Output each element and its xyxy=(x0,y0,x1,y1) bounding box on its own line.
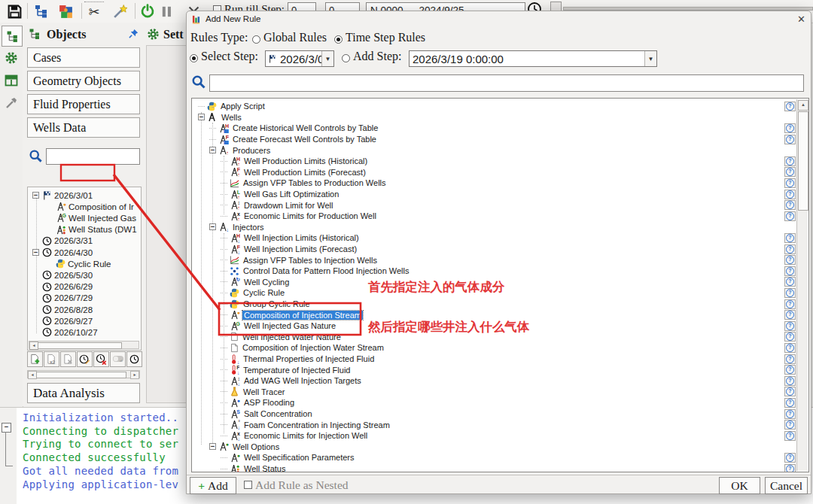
rule-tree-row[interactable]: S Salt Concentration? xyxy=(192,408,808,420)
rule-tree-row[interactable]: Assign VFP Tables to Injection Wells? xyxy=(192,254,808,266)
rule-tree-row[interactable]: Apply Script? xyxy=(192,101,808,112)
help-button[interactable]: ? xyxy=(784,190,796,199)
help-button[interactable]: ? xyxy=(784,135,796,144)
console-collapse-toggle[interactable]: − xyxy=(2,423,11,433)
objects-rail-icon[interactable] xyxy=(2,26,23,47)
help-button[interactable]: ? xyxy=(784,167,796,177)
rule-tree-row[interactable]: L ↑ Well Gas Lift Optimization? xyxy=(192,189,808,200)
layout-rail-icon[interactable] xyxy=(2,71,21,90)
pin-icon[interactable] xyxy=(128,28,139,39)
rule-tree-row[interactable]: − Wells xyxy=(192,112,808,123)
nav-button-fluid-properties[interactable]: Fluid Properties xyxy=(27,94,140,114)
help-button[interactable]: ? xyxy=(784,365,796,375)
help-button[interactable]: ? xyxy=(784,343,796,353)
help-button[interactable]: ? xyxy=(784,453,796,463)
select-step-combobox[interactable]: 2026/3/01 ▼ xyxy=(265,50,334,67)
step-tree-row[interactable]: 2026/6/29 xyxy=(28,281,142,293)
rule-tree-row[interactable]: ↕ ↑ Drawdown Limit for Well? xyxy=(192,199,808,211)
cancel-button[interactable]: Cancel xyxy=(765,477,808,494)
help-button[interactable]: ? xyxy=(784,464,796,472)
rule-tree-row[interactable]: H ▦ Create Historical Well Controls by T… xyxy=(192,123,808,134)
step-tree-row[interactable]: Cyclic Rule xyxy=(28,258,142,269)
rule-tree-row[interactable]: H ↓ Well Injection Limits (Historical)? xyxy=(192,232,808,244)
help-button[interactable]: ? xyxy=(784,288,796,298)
edit-time-button[interactable] xyxy=(77,351,93,367)
add-step-button[interactable] xyxy=(27,351,43,367)
help-button[interactable]: ? xyxy=(784,211,796,221)
wand-icon[interactable] xyxy=(110,2,129,21)
step-tree-row[interactable]: 2026/9/27 xyxy=(28,315,142,326)
rule-tree-row[interactable]: ● ASP Flooding? xyxy=(192,397,808,408)
help-button[interactable]: ? xyxy=(784,102,796,111)
delete-step-button[interactable] xyxy=(60,351,76,367)
copy-step-button[interactable]: x2 xyxy=(44,351,59,367)
delete-time-button[interactable] xyxy=(93,351,109,367)
step-tree-row[interactable]: Well Status (DW1 xyxy=(28,224,142,235)
help-button[interactable]: ? xyxy=(784,354,796,364)
rule-tree-row[interactable]: F↓Temperature of Injected Fluid? xyxy=(192,364,808,375)
settings-rail-icon[interactable] xyxy=(2,48,21,68)
help-button[interactable]: ? xyxy=(784,233,796,243)
help-button[interactable]: ? xyxy=(784,178,796,188)
pause-icon[interactable] xyxy=(157,2,176,21)
step-tree-row[interactable]: G Well Injected Gas xyxy=(28,212,142,223)
help-button[interactable]: ? xyxy=(784,420,796,430)
rule-tree-row[interactable]: F ↓ Well Injection Limits (Forecast)? xyxy=(192,244,808,255)
step-tree-row[interactable]: 2026/8/28 xyxy=(28,304,142,315)
collapse-toggle[interactable]: − xyxy=(198,114,205,120)
help-button[interactable]: ? xyxy=(784,321,796,331)
toggle-off-button[interactable]: off xyxy=(110,351,126,367)
help-button[interactable]: ? xyxy=(784,376,796,386)
add-step-radio[interactable] xyxy=(342,54,350,62)
add-step-combobox[interactable]: 2026/3/19 0:00:00 ▼ xyxy=(409,50,657,67)
rule-tree-row[interactable]: H ↑ Well Production Limits (Historical)? xyxy=(192,156,808,167)
select-step-radio[interactable] xyxy=(190,54,198,62)
help-button[interactable]: ? xyxy=(784,310,796,320)
steps-tree-hscrollbar[interactable]: ◂ xyxy=(29,341,139,349)
power-icon[interactable] xyxy=(138,2,157,21)
collapse-toggle[interactable]: − xyxy=(209,443,216,450)
nav-button-wells-data[interactable]: Wells Data xyxy=(27,117,140,138)
add-button[interactable]: +Add xyxy=(190,477,236,494)
rule-tree-row[interactable]: Well Status? xyxy=(192,463,808,472)
hierarchy-icon[interactable] xyxy=(32,2,51,21)
rule-tree-row[interactable]: Assign VFP Tables to Production Wells? xyxy=(192,178,808,189)
collapse-toggle[interactable]: − xyxy=(32,192,39,199)
section-button-data-analysis[interactable]: Data Analysis xyxy=(27,383,140,403)
save-icon[interactable] xyxy=(5,2,24,21)
step-tree-row[interactable]: ● Composition of Ir xyxy=(28,201,142,212)
ok-button[interactable]: OK xyxy=(719,477,760,494)
rule-tree-row[interactable]: F ↑ Well Production Limits (Forecast)? xyxy=(192,167,808,178)
help-button[interactable]: ? xyxy=(784,398,796,408)
step-tree-row[interactable]: 2026/7/29 xyxy=(28,293,142,304)
rule-tree-row[interactable]: − ● Well Options xyxy=(192,442,808,453)
collapse-toggle[interactable]: − xyxy=(209,147,216,153)
steps-toolbar-hscrollbar[interactable]: ◂▸ xyxy=(27,370,140,378)
nav-button-cases[interactable]: Cases xyxy=(27,47,140,68)
help-button[interactable]: ? xyxy=(784,332,796,342)
dialog-close-icon[interactable]: ✕ xyxy=(797,14,805,25)
rule-tree-row[interactable]: Composition of Injection Water Stream? xyxy=(192,342,808,354)
collapse-toggle[interactable]: − xyxy=(32,249,39,256)
help-button[interactable]: ? xyxy=(784,431,796,441)
help-button[interactable]: ? xyxy=(784,277,796,287)
rule-tree-row[interactable]: − ↓ Injectors xyxy=(192,222,808,233)
scroll-up-icon[interactable]: ▲ xyxy=(798,100,808,111)
help-button[interactable]: ? xyxy=(784,299,796,309)
rule-tree-row[interactable]: ° ↓ Foam Concentration in Injecting Stre… xyxy=(192,419,808,430)
puzzle-icon[interactable] xyxy=(56,2,75,21)
rule-tree-row[interactable]: x ↑ Economic Limits for Production Well? xyxy=(192,211,808,222)
rule-tree-row[interactable]: Control Data for Pattern Flood Injection… xyxy=(192,266,808,277)
help-button[interactable]: ? xyxy=(784,244,796,254)
help-button[interactable]: ? xyxy=(784,200,796,210)
clock-button[interactable] xyxy=(126,351,142,367)
cut-icon[interactable]: ✂ xyxy=(84,2,104,22)
time-step-rules-radio[interactable] xyxy=(334,35,343,44)
scroll-thumb[interactable] xyxy=(798,111,808,211)
help-button[interactable]: ? xyxy=(784,123,796,133)
rule-tree-row[interactable]: F ▦ Create Forecast Well Controls by Tab… xyxy=(192,134,808,145)
objects-search-input[interactable] xyxy=(46,148,140,165)
tools-rail-icon[interactable] xyxy=(2,93,21,113)
rule-tree-row[interactable]: Well Tracer? xyxy=(192,387,808,398)
rule-tree-row[interactable]: Group Cyclic Rule? xyxy=(192,299,808,310)
